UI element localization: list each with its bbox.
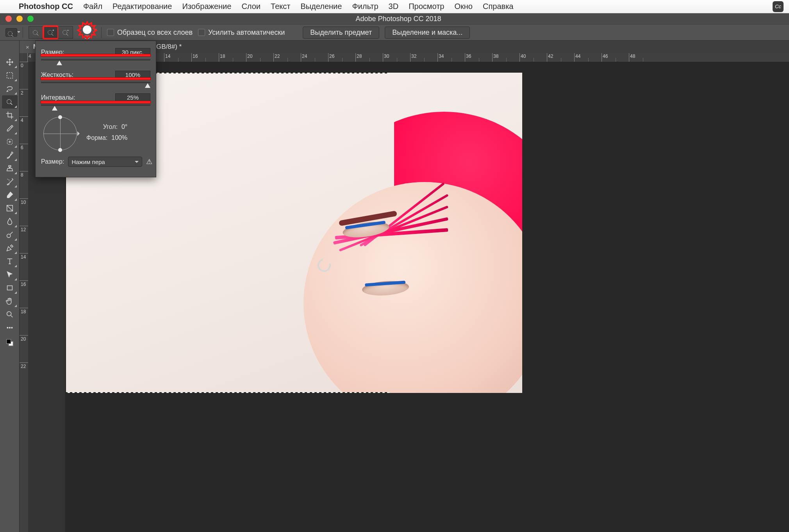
close-tab-icon[interactable]: × <box>26 44 29 50</box>
sample-all-layers-label: Образец со всех слоев <box>117 29 193 37</box>
marquee-tool[interactable] <box>2 69 18 82</box>
auto-enhance-option[interactable]: Усилить автоматически <box>198 29 285 37</box>
brush-preset-picker[interactable]: 30 <box>79 25 96 40</box>
brush-dynamics-value: Нажим пера <box>71 159 105 165</box>
new-selection-button[interactable] <box>29 26 43 39</box>
add-to-selection-button[interactable] <box>43 26 58 39</box>
select-and-mask-button[interactable]: Выделение и маска... <box>385 27 470 39</box>
macos-menubar: Photoshop CC Файл Редактирование Изображ… <box>0 0 789 13</box>
tool-preset-picker[interactable] <box>5 28 17 37</box>
svg-rect-9 <box>7 286 12 290</box>
brush-dynamics-label: Размер: <box>41 158 64 165</box>
type-tool[interactable] <box>2 255 18 268</box>
checkbox-icon[interactable] <box>198 29 205 36</box>
window-close-button[interactable] <box>5 16 12 22</box>
brush-roundness-field[interactable]: 100% <box>111 134 127 141</box>
clone-stamp-tool[interactable] <box>2 162 18 175</box>
menu-layers[interactable]: Слои <box>241 2 261 11</box>
menu-help[interactable]: Справка <box>483 2 513 11</box>
app-name[interactable]: Photoshop CC <box>19 2 73 11</box>
sample-all-layers-option[interactable]: Образец со всех слоев <box>107 29 193 37</box>
lasso-tool[interactable] <box>2 82 18 95</box>
select-subject-button[interactable]: Выделить предмет <box>303 27 379 39</box>
svg-point-0 <box>8 32 12 36</box>
path-selection-tool[interactable] <box>2 268 18 281</box>
crop-tool[interactable] <box>2 109 18 122</box>
document-tab-suffix: GB/8#) * <box>156 43 182 51</box>
brush-angle-control[interactable] <box>43 117 77 150</box>
brush-size-slider[interactable] <box>41 58 150 65</box>
brush-angle-field[interactable]: 0° <box>121 123 127 130</box>
svg-point-8 <box>7 234 10 237</box>
brush-spacing-field[interactable]: 25% <box>115 93 150 102</box>
quick-select-icon <box>5 28 17 37</box>
tools-panel <box>0 41 20 532</box>
window-title: Adobe Photoshop CC 2018 <box>39 15 758 23</box>
healing-brush-tool[interactable] <box>2 135 18 148</box>
svg-rect-4 <box>7 73 12 79</box>
creative-cloud-icon[interactable]: Cc <box>773 1 784 12</box>
menu-view[interactable]: Просмотр <box>409 2 444 11</box>
window-zoom-button[interactable] <box>27 16 34 22</box>
svg-rect-15 <box>6 339 11 344</box>
chevron-down-icon <box>93 29 96 32</box>
options-bar: 30 Образец со всех слоев Усилить автомат… <box>0 24 789 41</box>
svg-point-11 <box>7 327 8 328</box>
color-swatches[interactable] <box>2 336 18 349</box>
warning-icon: ⚠ <box>146 157 152 166</box>
selection-mode-group <box>29 26 73 39</box>
brush-roundness-label: Форма: <box>86 134 107 141</box>
brush-tip-preview-icon <box>83 25 91 34</box>
quick-selection-tool[interactable] <box>2 95 18 109</box>
arrow-right-icon <box>77 131 82 136</box>
brush-dynamics-select[interactable]: Нажим пера <box>68 157 142 167</box>
rectangle-tool[interactable] <box>2 281 18 295</box>
menu-filter[interactable]: Фильтр <box>352 2 378 11</box>
move-tool[interactable] <box>2 55 18 69</box>
canvas-viewport[interactable] <box>65 62 789 532</box>
menu-file[interactable]: Файл <box>83 2 102 11</box>
menu-text[interactable]: Текст <box>271 2 290 11</box>
brush-angle-label: Угол: <box>103 123 118 130</box>
checkbox-icon[interactable] <box>107 29 114 36</box>
brush-spacing-label: Интервалы: <box>41 94 115 101</box>
menu-image[interactable]: Изображение <box>182 2 231 11</box>
brush-hardness-slider[interactable] <box>41 81 150 88</box>
subtract-from-selection-button[interactable] <box>58 26 73 39</box>
auto-enhance-label: Усилить автоматически <box>208 29 285 37</box>
brush-size-readout: 30 <box>84 34 89 40</box>
svg-point-12 <box>9 327 10 328</box>
pen-tool[interactable] <box>2 241 18 255</box>
menu-window[interactable]: Окно <box>455 2 473 11</box>
window-minimize-button[interactable] <box>16 16 23 22</box>
eyedropper-tool[interactable] <box>2 122 18 135</box>
brush-settings-popup: Размер: 30 пикс. Жесткость: 100% Интерва… <box>35 41 156 177</box>
window-titlebar: Adobe Photoshop CC 2018 <box>0 13 789 24</box>
brush-spacing-slider[interactable] <box>41 104 150 111</box>
svg-point-13 <box>11 327 12 328</box>
blur-tool[interactable] <box>2 215 18 228</box>
edit-toolbar-button[interactable] <box>2 321 18 334</box>
menu-edit[interactable]: Редактирование <box>112 2 172 11</box>
svg-point-10 <box>7 312 11 316</box>
gradient-tool[interactable] <box>2 202 18 215</box>
dodge-tool[interactable] <box>2 228 18 241</box>
history-brush-tool[interactable] <box>2 175 18 188</box>
hand-tool[interactable] <box>2 295 18 308</box>
brush-tool[interactable] <box>2 148 18 162</box>
traffic-lights <box>0 16 39 22</box>
chevron-down-icon <box>135 161 139 165</box>
menu-3d[interactable]: 3D <box>389 2 399 11</box>
ruler-vertical[interactable]: 0 2 4 6 8 10 12 14 16 18 20 22 <box>20 62 28 532</box>
menu-select[interactable]: Выделение <box>300 2 342 11</box>
zoom-tool[interactable] <box>2 308 18 321</box>
eraser-tool[interactable] <box>2 188 18 202</box>
